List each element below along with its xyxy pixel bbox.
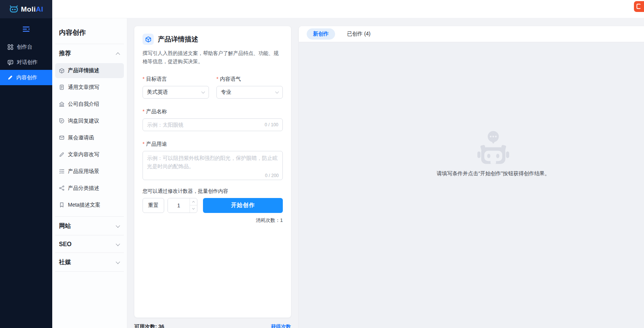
get-credits-link[interactable]: 获得次数 xyxy=(271,324,291,328)
selected-value: 美式英语 xyxy=(147,89,168,96)
cube-icon xyxy=(59,68,65,74)
robot-logo-icon xyxy=(9,5,19,13)
menu-item-application-scenes[interactable]: 产品应用场景 xyxy=(55,163,124,180)
grid-icon xyxy=(7,44,13,50)
product-name-label: *产品名称 xyxy=(143,108,283,115)
pencil-icon xyxy=(7,75,13,80)
menu-item-company-intro[interactable]: 公司自我介绍 xyxy=(55,96,124,112)
stepper-up-button[interactable] xyxy=(190,198,197,205)
brand-logo[interactable]: MoliAI xyxy=(0,0,52,18)
nav-item-label: 内容创作 xyxy=(16,74,37,81)
rewrite-pencil-icon xyxy=(59,152,65,157)
menu-item-category-description[interactable]: 产品分类描述 xyxy=(55,180,124,197)
menu-item-label: 产品应用场景 xyxy=(68,168,99,175)
product-name-field: 0 / 100 xyxy=(143,118,283,131)
menu-item-label: 通用文章撰写 xyxy=(68,84,99,91)
chevron-down-icon xyxy=(192,207,195,210)
tab-new-creation[interactable]: 新创作 xyxy=(307,28,335,40)
nav-item-content-creation[interactable]: 内容创作 xyxy=(0,70,52,85)
menu-fold-icon xyxy=(22,26,30,32)
chevron-up-icon xyxy=(192,201,195,204)
brand-name-accent: AI xyxy=(36,5,43,13)
menu-item-general-article[interactable]: 通用文章撰写 xyxy=(55,79,124,96)
checklist-icon xyxy=(59,168,65,174)
section-recommended[interactable]: 推荐 xyxy=(55,44,124,62)
menu-item-article-rewrite[interactable]: 文章内容改写 xyxy=(55,146,124,163)
robot-empty-icon xyxy=(472,130,514,167)
quantity-input[interactable] xyxy=(168,198,190,213)
reply-icon xyxy=(59,118,65,124)
batch-hint: 您可以通过修改计数器，批量创作内容 xyxy=(143,188,283,195)
primary-sidebar: MoliAI 创作台 xyxy=(0,0,52,328)
start-creation-button[interactable]: 开始创作 xyxy=(203,198,283,213)
section-website[interactable]: 网站 xyxy=(55,216,124,235)
section-label: SEO xyxy=(59,241,72,248)
recommended-menu: 产品详情描述 通用文章撰写 公司自我介绍 询盘回复 xyxy=(55,63,124,216)
menu-item-label: 产品详情描述 xyxy=(68,67,99,74)
credits-footer: 可用次数: 36 获得次数 xyxy=(134,324,291,328)
user-avatar-badge[interactable] xyxy=(634,1,644,12)
nav-item-label: 创作台 xyxy=(17,44,32,50)
chevron-down-icon xyxy=(275,90,279,93)
section-label: 推荐 xyxy=(59,50,71,58)
form-header: 产品详情描述 xyxy=(143,34,283,45)
menu-item-meta-description[interactable]: Meta描述文案 xyxy=(55,197,124,213)
sidebar-collapse-button[interactable] xyxy=(0,23,52,35)
form-panel: 产品详情描述 撰写引人入胜的描述文案，帮助客户了解产品特点、功能、规格等信息，促… xyxy=(134,26,291,318)
nav-item-label: 对话创作 xyxy=(17,59,38,66)
avatar-glyph xyxy=(637,4,641,9)
menu-item-label: 文章内容改写 xyxy=(68,151,99,158)
section-social-media[interactable]: 社媒 xyxy=(55,253,124,272)
target-language-select[interactable]: 美式英语 xyxy=(143,86,209,99)
top-bar xyxy=(52,0,644,18)
secondary-sidebar: 内容创作 推荐 产品详情描述 通用文章撰写 xyxy=(52,18,127,328)
share-nodes-icon xyxy=(59,185,65,191)
menu-item-label: 产品分类描述 xyxy=(68,185,99,192)
primary-nav: 创作台 对话创作 内容创作 xyxy=(0,39,52,85)
product-use-counter: 0 / 200 xyxy=(265,173,279,178)
stepper-down-button[interactable] xyxy=(190,205,197,213)
chat-icon xyxy=(7,59,13,65)
tab-created[interactable]: 已创作 (4) xyxy=(347,31,371,37)
app-window: MoliAI 创作台 xyxy=(0,0,644,328)
product-use-textarea[interactable] xyxy=(143,151,282,172)
chevron-down-icon xyxy=(201,90,205,93)
results-panel: 新创作 已创作 (4) xyxy=(299,26,644,328)
section-seo[interactable]: SEO xyxy=(55,235,124,253)
quantity-stepper xyxy=(168,198,197,213)
product-use-field: 0 / 200 xyxy=(143,151,283,180)
section-label: 网站 xyxy=(59,222,71,230)
content-area: 产品详情描述 撰写引人入胜的描述文案，帮助客户了解产品特点、功能、规格等信息，促… xyxy=(127,18,644,328)
empty-state-text: 请填写条件并点击“开始创作”按钮获得创作结果。 xyxy=(437,170,550,177)
available-count: 可用次数: 36 xyxy=(134,324,164,328)
chevron-up-icon xyxy=(116,52,120,56)
reset-button[interactable]: 重置 xyxy=(143,198,164,213)
nav-item-workbench[interactable]: 创作台 xyxy=(0,39,52,55)
product-name-counter: 0 / 100 xyxy=(265,122,278,127)
menu-item-label: 展会邀请函 xyxy=(68,134,94,141)
form-description: 撰写引人入胜的描述文案，帮助客户了解产品特点、功能、规格等信息，促进购买决策。 xyxy=(143,49,283,66)
chevron-down-icon xyxy=(116,242,120,246)
selected-value: 专业 xyxy=(221,89,231,96)
form-title: 产品详情描述 xyxy=(158,35,198,44)
tone-select[interactable]: 专业 xyxy=(216,86,283,99)
consume-count: 消耗次数：1 xyxy=(143,217,283,224)
results-empty-state: 请填写条件并点击“开始创作”按钮获得创作结果。 xyxy=(299,42,644,177)
menu-item-inquiry-reply[interactable]: 询盘回复建议 xyxy=(55,112,124,129)
nav-item-chat-creation[interactable]: 对话创作 xyxy=(0,55,52,70)
menu-item-label: 公司自我介绍 xyxy=(68,101,99,108)
cube-icon xyxy=(143,34,154,45)
bookmark-icon xyxy=(59,202,65,208)
tone-label: *内容语气 xyxy=(216,76,283,83)
menu-item-product-detail[interactable]: 产品详情描述 xyxy=(55,63,124,78)
menu-item-label: Meta描述文案 xyxy=(68,202,100,208)
section-label: 社媒 xyxy=(59,259,71,266)
building-icon xyxy=(59,101,65,107)
brand-name: Moli xyxy=(21,5,36,13)
chevron-down-icon xyxy=(116,223,120,228)
form-controls: 重置 开始创作 xyxy=(143,198,283,213)
menu-item-exhibition-invite[interactable]: 展会邀请函 xyxy=(55,129,124,146)
secondary-sidebar-title: 内容创作 xyxy=(55,18,124,44)
product-name-input[interactable] xyxy=(147,122,262,128)
chevron-down-icon xyxy=(116,260,120,264)
